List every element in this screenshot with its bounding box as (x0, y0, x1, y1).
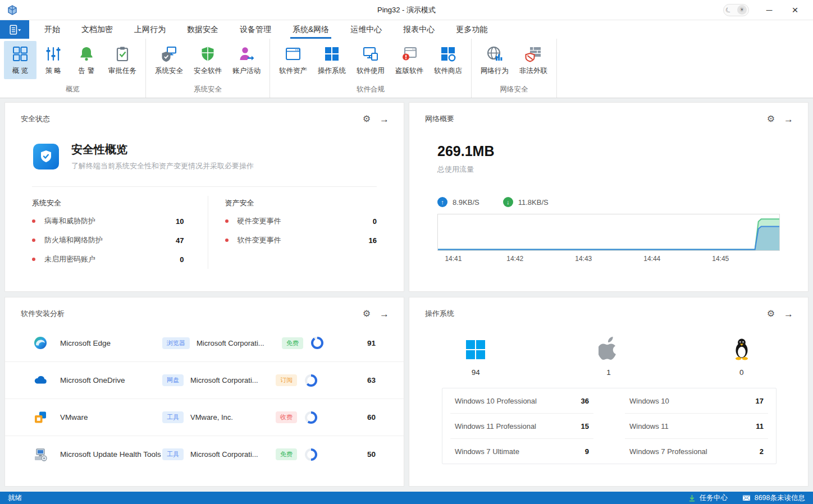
install-ratio-ring (305, 374, 317, 387)
table-row[interactable]: Windows 10 17 (625, 388, 768, 414)
file-menu-button[interactable] (0, 20, 29, 39)
gear-icon[interactable]: ⚙ (363, 114, 371, 123)
ribbon-button-overview[interactable]: 概 览 (4, 41, 36, 79)
x-tick: 14:44 (643, 255, 660, 263)
ribbon-tab-row: 开始 文档加密 上网行为 数据安全 设备管理 系统&网络 运维中心 报表中心 更… (0, 20, 813, 39)
unread-messages-button[interactable]: 8698条未读信息 (742, 493, 805, 503)
panel-software-analysis: 软件安装分析 ⚙ → Microsoft Edge 浏览器 Microsoft … (4, 297, 404, 487)
arrow-right-icon[interactable]: → (784, 114, 793, 124)
panel-title: 软件安装分析 (21, 309, 65, 319)
security-shield-icon (33, 144, 59, 169)
ribbon-button-account-activity[interactable]: 账户活动 (227, 41, 266, 79)
tab-system-network[interactable]: 系统&网络 (282, 20, 340, 39)
alert-dot-icon (32, 219, 35, 223)
ribbon-group-network-security: 网络行为 非法外联 网络安全 (472, 39, 557, 98)
list-item[interactable]: 硬件变更事件 0 (225, 212, 377, 231)
tab-more-features[interactable]: 更多功能 (445, 20, 498, 39)
ribbon-button-network-behavior[interactable]: 网络行为 (476, 41, 514, 79)
table-row[interactable]: Windows 7 Ultimate 9 (450, 439, 593, 464)
arrow-right-icon[interactable]: → (380, 114, 389, 124)
tab-doc-encryption[interactable]: 文档加密 (71, 20, 124, 39)
file-menu-icon (7, 24, 22, 36)
gear-icon[interactable]: ⚙ (363, 309, 371, 318)
tab-report-center[interactable]: 报表中心 (392, 20, 445, 39)
network-chart (438, 214, 779, 250)
moon-icon[interactable]: ☾ (724, 6, 733, 14)
total-traffic-value: 269.1MB (437, 143, 808, 159)
total-traffic-label: 总使用流量 (437, 164, 808, 175)
install-ratio-ring (305, 411, 317, 424)
title-bar: Ping32 - 演示模式 ☾ ☀ ─ × (0, 0, 813, 20)
software-name: VMware (60, 413, 162, 421)
table-row[interactable]: Microsoft Update Health Tools 工具 Microso… (5, 436, 404, 473)
asset-security-section: 资产安全 硬件变更事件 0 软件变更事件 16 (208, 196, 377, 269)
system-security-section: 系统安全 病毒和威胁防护 10 防火墙和网络防护 47 未启用密码账户 (32, 196, 208, 269)
gear-icon[interactable]: ⚙ (767, 114, 775, 123)
list-item[interactable]: 未启用密码账户 0 (32, 250, 184, 269)
software-vendor: Microsoft Corporati... (190, 376, 276, 384)
table-row[interactable]: Microsoft OneDrive 网盘 Microsoft Corporat… (5, 361, 404, 398)
task-center-button[interactable]: 任务中心 (688, 493, 728, 503)
ribbon-button-pirated-software[interactable]: 盗版软件 (390, 41, 428, 79)
panel-title: 操作系统 (425, 309, 454, 319)
window-title: Ping32 - 演示模式 (0, 5, 813, 15)
x-tick: 14:43 (575, 255, 592, 263)
ribbon-button-approval-tasks[interactable]: 审批任务 (103, 41, 141, 79)
download-tray-icon (688, 494, 696, 502)
panel-title: 安全状态 (21, 114, 50, 124)
ribbon-button-illegal-connection[interactable]: 非法外联 (514, 41, 552, 79)
ribbon-button-operating-system[interactable]: 操作系统 (313, 41, 351, 79)
table-row[interactable]: VMware 工具 VMware, Inc. 收费 60 (5, 398, 404, 436)
platform-apple: 1 (542, 337, 675, 377)
status-bar: 就绪 任务中心 8698条未读信息 (0, 492, 813, 504)
list-item[interactable]: 软件变更事件 16 (225, 231, 377, 250)
os-platform-counts: 94 1 0 (409, 337, 808, 377)
tab-web-behavior[interactable]: 上网行为 (124, 20, 176, 39)
ribbon-button-software-usage[interactable]: 软件使用 (351, 41, 390, 79)
price-badge: 免费 (282, 337, 303, 349)
ribbon-button-software-store[interactable]: 软件商店 (429, 41, 467, 79)
platform-count: 94 (472, 368, 480, 377)
network-traffic-chart (437, 214, 780, 251)
ribbon-button-security-software[interactable]: 安全软件 (189, 41, 227, 79)
table-row[interactable]: Windows 10 Professional 36 (450, 388, 593, 414)
category-badge: 网盘 (162, 374, 184, 386)
gear-icon[interactable]: ⚙ (767, 309, 775, 318)
arrow-right-icon[interactable]: → (784, 309, 793, 319)
tab-ops-center[interactable]: 运维中心 (340, 20, 392, 39)
ribbon-button-alerts[interactable]: 告 警 (70, 41, 103, 79)
table-row[interactable]: Microsoft Edge 浏览器 Microsoft Corporati..… (5, 324, 404, 361)
ribbon-button-system-security[interactable]: 系统安全 (150, 41, 188, 79)
close-button[interactable]: × (789, 4, 801, 15)
windows-logo-icon (465, 337, 486, 360)
panel-network-summary: 网络概要 ⚙ → 269.1MB 总使用流量 ↑ 8.9KB/S ↓ 11.8K… (409, 102, 809, 292)
category-badge: 工具 (162, 411, 184, 423)
alert-dot-icon (225, 239, 229, 242)
software-usage-icon (362, 45, 379, 62)
sun-icon[interactable]: ☀ (737, 5, 747, 15)
arrow-right-icon[interactable]: → (380, 309, 389, 319)
upload-arrow-icon: ↑ (437, 197, 447, 207)
platform-count: 0 (739, 368, 744, 377)
list-item[interactable]: 防火墙和网络防护 47 (32, 231, 184, 250)
list-item[interactable]: 病毒和威胁防护 10 (32, 212, 184, 231)
table-row[interactable]: Windows 7 Professional 2 (625, 439, 768, 464)
ribbon-group-overview: 概 览 策 略 告 警 审批任务 概览 (0, 39, 146, 98)
alert-dot-icon (32, 258, 35, 261)
theme-toggle[interactable]: ☾ ☀ (723, 4, 749, 16)
software-vendor: VMware, Inc. (190, 413, 276, 421)
minimize-button[interactable]: ─ (764, 6, 775, 14)
table-row[interactable]: Windows 11 Professional 15 (450, 414, 593, 439)
status-ready: 就绪 (8, 493, 22, 503)
table-row[interactable]: Windows 11 11 (625, 414, 768, 439)
ribbon-button-policy[interactable]: 策 略 (37, 41, 70, 79)
software-name: Microsoft Update Health Tools (60, 450, 162, 459)
tab-start[interactable]: 开始 (34, 20, 71, 39)
tab-data-security[interactable]: 数据安全 (176, 20, 229, 39)
install-count: 50 (367, 450, 376, 459)
price-badge: 订阅 (276, 374, 297, 386)
chart-x-axis: 14:41 14:42 14:43 14:44 14:45 (437, 255, 780, 264)
alert-bell-icon (78, 45, 95, 62)
ribbon-button-software-assets[interactable]: 软件资产 (274, 41, 312, 79)
tab-device-mgmt[interactable]: 设备管理 (229, 20, 282, 39)
